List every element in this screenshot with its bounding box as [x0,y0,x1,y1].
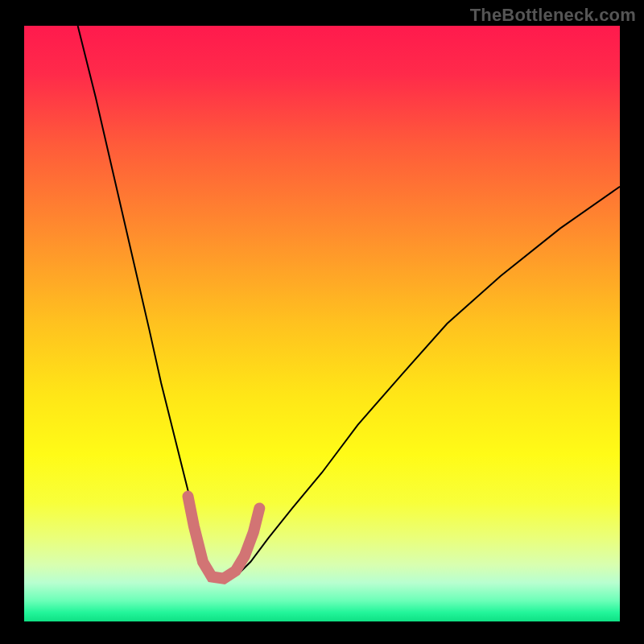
chart-frame: TheBottleneck.com [0,0,644,644]
watermark-text: TheBottleneck.com [470,5,636,26]
curve-layer [24,26,620,621]
plot-area [24,26,620,621]
optimal-region-marker [188,497,260,579]
bottleneck-curve [78,26,620,580]
